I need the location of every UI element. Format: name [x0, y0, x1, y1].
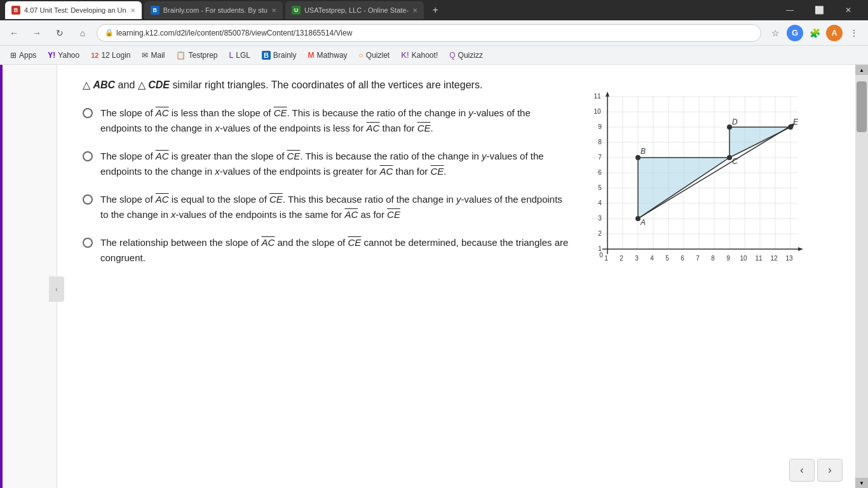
tab-2[interactable]: B Brainly.com - For students. By stu ✕	[144, 1, 283, 19]
svg-text:B: B	[641, 147, 646, 156]
svg-text:7: 7	[696, 255, 700, 262]
bookmark-lgl-label: LGL	[236, 51, 250, 60]
svg-text:8: 8	[598, 139, 602, 146]
prev-button[interactable]: ‹	[789, 459, 815, 482]
options-container: The slope of AC is less than the slope o…	[83, 105, 569, 266]
bookmark-brainly[interactable]: B Brainly	[257, 50, 302, 61]
bookmark-mathway[interactable]: M Mathway	[303, 50, 353, 61]
radio-1[interactable]	[83, 108, 93, 118]
bookmark-kahoot-label: Kahoot!	[412, 51, 438, 60]
scrollbar-thumb[interactable]	[857, 81, 867, 132]
bookmark-mathway-label: Mathway	[317, 51, 348, 60]
radio-3[interactable]	[83, 194, 93, 205]
sidebar-toggle-button[interactable]: ‹	[49, 276, 64, 302]
tab-favicon-1: B	[11, 6, 20, 15]
right-scrollbar: ▲ ▼	[855, 65, 868, 488]
svg-text:1: 1	[604, 255, 608, 262]
option-1-text: The slope of AC is less than the slope o…	[100, 105, 569, 136]
address-input[interactable]: 🔒 learning.k12.com/d2l/le/content/850078…	[97, 24, 761, 42]
tab-favicon-2: B	[151, 6, 159, 15]
bookmark-login-label: 12 Login	[101, 51, 130, 60]
toolbar-icons: ☆ G 🧩 A ⋮	[766, 24, 863, 42]
svg-text:8: 8	[711, 255, 715, 262]
tab-close-1[interactable]: ✕	[130, 7, 135, 14]
forward-button[interactable]: →	[28, 24, 46, 42]
svg-text:1: 1	[598, 245, 602, 252]
svg-text:6: 6	[598, 169, 602, 176]
svg-text:2: 2	[598, 230, 602, 237]
home-button[interactable]: ⌂	[74, 24, 92, 42]
svg-point-71	[788, 125, 793, 130]
window-controls: — ⬜ ✕	[775, 0, 863, 20]
extensions-icon[interactable]: 🧩	[806, 24, 824, 42]
back-button[interactable]: ←	[5, 24, 23, 42]
option-3-text: The slope of AC is equal to the slope of…	[100, 192, 569, 222]
option-4: The relationship between the slope of AC…	[83, 235, 569, 266]
tab-label-3: USATestprep, LLC - Online State-	[304, 6, 409, 14]
option-2: The slope of AC is greater than the slop…	[83, 149, 569, 179]
menu-icon[interactable]: ⋮	[845, 24, 863, 42]
bookmark-kahoot[interactable]: K! Kahoot!	[396, 50, 443, 61]
brainly-icon: B	[262, 51, 271, 60]
profile-icon[interactable]: A	[826, 25, 843, 41]
quizizz-icon: Q	[449, 51, 455, 60]
next-button[interactable]: ›	[817, 459, 843, 482]
radio-2[interactable]	[83, 151, 93, 161]
content-area: ‹ △ ABC and △ CDE similar right triangle…	[0, 65, 868, 488]
bookmark-mail[interactable]: ✉ Mail	[137, 50, 170, 61]
svg-text:E: E	[793, 118, 799, 126]
bookmark-lgl[interactable]: L LGL	[224, 50, 255, 61]
svg-text:2: 2	[620, 255, 623, 262]
scrollbar-up-button[interactable]: ▲	[855, 65, 868, 75]
google-apps-icon[interactable]: G	[787, 25, 803, 41]
left-sidebar: ‹	[0, 65, 57, 488]
scrollbar-track	[855, 75, 868, 478]
address-bar: ← → ↻ ⌂ 🔒 learning.k12.com/d2l/le/conten…	[0, 20, 868, 46]
star-icon[interactable]: ☆	[766, 24, 784, 42]
ce-overline-2a: CE	[287, 151, 301, 161]
svg-text:7: 7	[598, 154, 602, 161]
tab-close-2[interactable]: ✕	[271, 7, 276, 14]
svg-text:11: 11	[593, 93, 601, 100]
tab-close-3[interactable]: ✕	[412, 7, 417, 14]
reload-button[interactable]: ↻	[51, 24, 69, 42]
close-button[interactable]: ✕	[834, 0, 863, 20]
scrollbar-down-button[interactable]: ▼	[855, 478, 868, 488]
tab-3[interactable]: U USATestprep, LLC - Online State- ✕	[285, 1, 424, 19]
tab-favicon-3: U	[292, 6, 301, 15]
minimize-button[interactable]: —	[775, 0, 804, 20]
new-tab-button[interactable]: +	[426, 1, 444, 19]
ac-overline-1b: AC	[367, 123, 380, 133]
svg-text:4: 4	[598, 200, 602, 207]
radio-4[interactable]	[83, 238, 93, 248]
svg-text:0: 0	[599, 252, 603, 259]
ce-overline-3b: CE	[387, 209, 400, 220]
bookmark-login[interactable]: 12 12 Login	[86, 50, 135, 61]
bookmark-quizizz[interactable]: Q Quizizz	[444, 50, 488, 61]
bookmark-testprep[interactable]: 📋 Testprep	[171, 50, 222, 61]
ac-overline-3b: AC	[344, 209, 358, 220]
bookmark-apps[interactable]: ⊞ Apps	[5, 50, 41, 61]
svg-text:4: 4	[650, 255, 654, 262]
bookmark-yahoo[interactable]: Y! Yahoo	[43, 50, 85, 61]
login-icon: 12	[91, 51, 98, 59]
apps-icon: ⊞	[10, 51, 17, 60]
maximize-button[interactable]: ⬜	[804, 0, 834, 20]
option-4-text: The relationship between the slope of AC…	[100, 235, 569, 266]
svg-text:6: 6	[681, 255, 684, 262]
ac-overline-2a: AC	[156, 151, 169, 161]
bookmark-quizlet[interactable]: ○ Quizlet	[354, 50, 395, 61]
ce-overline-1b: CE	[417, 123, 431, 133]
ce-overline-4: CE	[348, 237, 361, 248]
svg-text:3: 3	[635, 255, 639, 262]
ac-overline-3a: AC	[156, 194, 169, 205]
bookmark-mail-label: Mail	[151, 51, 165, 60]
svg-text:10: 10	[740, 255, 747, 262]
tab-active[interactable]: B 4.07 Unit Test: Developing an Un ✕	[5, 1, 142, 19]
svg-text:11: 11	[755, 255, 763, 262]
svg-text:3: 3	[598, 215, 602, 222]
svg-text:D: D	[732, 118, 738, 126]
svg-text:9: 9	[598, 123, 602, 130]
ce-overline-1a: CE	[274, 107, 287, 118]
lock-icon: 🔒	[105, 29, 114, 37]
